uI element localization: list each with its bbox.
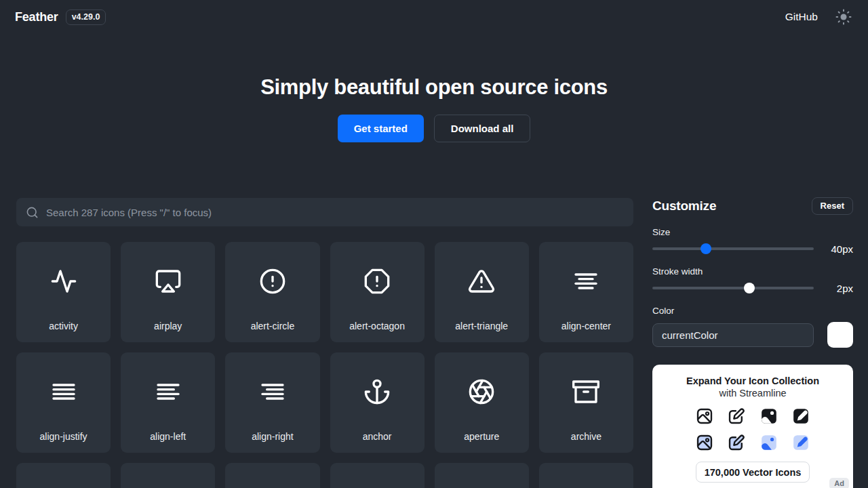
- search-bar: [16, 198, 633, 226]
- icon-label: align-center: [539, 321, 633, 331]
- icon-label: alert-triangle: [435, 321, 529, 331]
- hero-buttons: Get started Download all: [0, 115, 868, 142]
- edit-outline-icon: [728, 407, 745, 425]
- activity-icon: [50, 268, 77, 295]
- align-left-icon: [155, 378, 182, 405]
- icon-card-activity[interactable]: activity: [16, 242, 111, 342]
- alert-circle-icon: [259, 268, 286, 295]
- color-label: Color: [652, 306, 853, 316]
- icon-label: activity: [16, 321, 111, 331]
- icon-card-archive[interactable]: archive: [539, 352, 633, 453]
- ad-title: Expand Your Icon Collection: [652, 375, 853, 386]
- ad-card[interactable]: Expand Your Icon Collection with Streaml…: [652, 365, 853, 488]
- icon-label: airplay: [121, 321, 215, 331]
- size-slider[interactable]: [652, 243, 814, 254]
- icon-card-partial[interactable]: [16, 463, 111, 488]
- icon-label: align-justify: [16, 431, 111, 442]
- icon-label: anchor: [330, 431, 425, 442]
- icon-label: archive: [539, 431, 633, 442]
- header: Feather v4.29.0 GitHub: [0, 0, 868, 34]
- page-title: Simply beautiful open source icons: [0, 75, 868, 100]
- search-icon: [26, 206, 39, 219]
- search-input[interactable]: [46, 207, 624, 218]
- alert-triangle-icon: [468, 268, 495, 295]
- icon-card-align-center[interactable]: align-center: [539, 242, 633, 342]
- feather-page: Feather v4.29.0 GitHub Simply beautiful …: [0, 0, 868, 488]
- align-right-icon: [259, 378, 286, 405]
- alert-octagon-icon: [363, 268, 391, 295]
- get-started-button[interactable]: Get started: [338, 115, 424, 142]
- ad-subtitle: with Streamline: [652, 388, 853, 399]
- edit-solid-blue-icon: [792, 434, 810, 451]
- stroke-width-slider-thumb[interactable]: [744, 283, 755, 293]
- icon-label: aperture: [435, 431, 529, 442]
- color-input[interactable]: [652, 323, 814, 347]
- image-solid-blue-icon: [760, 434, 778, 451]
- brand-wrap: Feather v4.29.0: [15, 9, 106, 25]
- customize-panel: Customize Reset Size 40px Stroke width 2…: [652, 197, 853, 348]
- icon-card-airplay[interactable]: airplay: [121, 242, 215, 342]
- edit-solid-icon: [792, 407, 810, 425]
- header-nav: GitHub: [785, 9, 852, 25]
- icon-label: alert-octagon: [330, 321, 425, 331]
- sun-icon[interactable]: [835, 9, 852, 25]
- archive-icon: [572, 378, 599, 405]
- download-all-button[interactable]: Download all: [434, 115, 531, 142]
- anchor-icon: [363, 378, 391, 405]
- icon-card-aperture[interactable]: aperture: [435, 352, 529, 453]
- icon-label: align-left: [121, 431, 215, 442]
- image-outline-blue-icon: [696, 434, 713, 451]
- ad-icon-grid: [688, 407, 817, 451]
- align-center-icon: [572, 268, 599, 295]
- aperture-icon: [468, 378, 495, 405]
- ad-vector-icons-button[interactable]: 170,000 Vector Icons: [696, 462, 810, 483]
- brand-logo[interactable]: Feather: [15, 10, 58, 24]
- icon-card-partial[interactable]: [330, 463, 425, 488]
- reset-button[interactable]: Reset: [812, 197, 853, 215]
- size-slider-row: 40px: [652, 243, 853, 254]
- stroke-slider-row: 2px: [652, 283, 853, 293]
- image-outline-icon: [696, 407, 713, 425]
- customize-title: Customize: [652, 199, 716, 214]
- stroke-width-label: Stroke width: [652, 266, 853, 277]
- stroke-width-slider-track[interactable]: [652, 287, 814, 289]
- icon-card-partial[interactable]: [435, 463, 529, 488]
- icon-card-align-right[interactable]: align-right: [225, 352, 319, 453]
- icon-card-align-left[interactable]: align-left: [121, 352, 215, 453]
- color-row: [652, 322, 853, 348]
- size-value: 40px: [814, 243, 853, 255]
- image-solid-icon: [760, 407, 778, 425]
- icon-card-alert-circle[interactable]: alert-circle: [225, 242, 319, 342]
- icon-card-anchor[interactable]: anchor: [330, 352, 425, 453]
- github-link[interactable]: GitHub: [785, 11, 818, 23]
- size-slider-thumb[interactable]: [701, 243, 711, 254]
- edit-outline-blue-icon: [728, 434, 745, 451]
- size-slider-track[interactable]: [652, 247, 814, 250]
- version-badge: v4.29.0: [66, 9, 106, 25]
- align-justify-icon: [50, 378, 77, 405]
- icon-card-alert-triangle[interactable]: alert-triangle: [435, 242, 529, 342]
- size-label: Size: [652, 227, 853, 237]
- customize-header: Customize Reset: [652, 197, 853, 215]
- stroke-width-value: 2px: [814, 283, 853, 294]
- icon-card-partial[interactable]: [121, 463, 215, 488]
- airplay-icon: [155, 268, 182, 295]
- icon-card-align-justify[interactable]: align-justify: [16, 352, 111, 453]
- icon-label: align-right: [225, 431, 319, 442]
- ad-badge: Ad: [829, 478, 849, 488]
- icon-card-partial[interactable]: [225, 463, 319, 488]
- icon-grid: activityairplayalert-circlealert-octagon…: [16, 242, 633, 488]
- icon-card-alert-octagon[interactable]: alert-octagon: [330, 242, 425, 342]
- icon-label: alert-circle: [225, 321, 319, 331]
- stroke-width-slider[interactable]: [652, 283, 814, 293]
- color-swatch[interactable]: [827, 322, 853, 348]
- icon-card-partial[interactable]: [539, 463, 633, 488]
